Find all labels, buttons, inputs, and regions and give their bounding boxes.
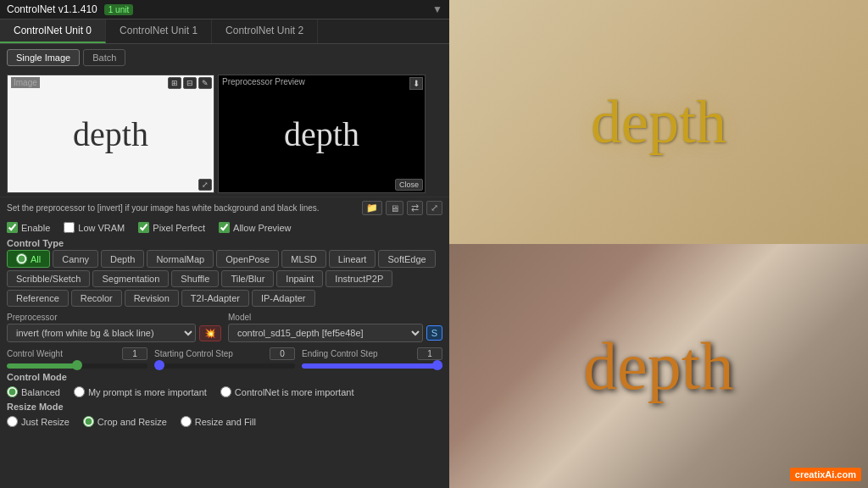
ctrl-depth[interactable]: Depth	[101, 250, 144, 268]
image-controls: ⊞ ⊟ ✎	[168, 77, 212, 89]
image-area: Image ⊞ ⊟ ✎ depth ⤢ Preprocessor Preview…	[7, 75, 442, 193]
input-image-box[interactable]: Image ⊞ ⊟ ✎ depth ⤢	[7, 75, 214, 193]
low-vram-input[interactable]	[64, 222, 75, 233]
control-type-row2: Scribble/Sketch Segmentation Shuffle Til…	[0, 270, 449, 290]
control-weight-label-row: Control Weight 1	[7, 347, 147, 360]
img-btn-1[interactable]: ⊞	[168, 77, 181, 89]
model-refresh-btn[interactable]: S	[426, 325, 442, 341]
download-preview-btn[interactable]: ⬇	[409, 77, 423, 90]
enable-input[interactable]	[7, 222, 18, 233]
right-bottom-image: depth creatixAi.com	[449, 244, 868, 488]
ending-step-thumb[interactable]	[432, 360, 442, 370]
mode-prompt[interactable]: My prompt is more important	[74, 386, 207, 397]
control-mode-row: Balanced My prompt is more important Con…	[0, 384, 449, 400]
model-label-text: Model	[228, 313, 442, 322]
tab-batch[interactable]: Batch	[83, 49, 125, 66]
ending-step-label: Ending Control Step	[302, 349, 378, 358]
right-top-image: depth	[449, 0, 868, 244]
mode-balanced[interactable]: Balanced	[7, 386, 60, 397]
ctrl-t2i-adapter[interactable]: T2I-Adapter	[181, 290, 249, 307]
model-select-row: control_sd15_depth [fef5e48e] None S	[228, 324, 442, 342]
bottom-bg: depth	[449, 244, 868, 488]
control-weight-label: Control Weight	[7, 349, 63, 358]
ctrl-recolor[interactable]: Recolor	[71, 290, 122, 307]
image-label: Image	[11, 77, 40, 88]
pixel-perfect-input[interactable]	[138, 222, 149, 233]
control-type-row1: All Canny Depth NormalMap OpenPose MLSD …	[0, 250, 449, 270]
expand-btn[interactable]: ⤢	[198, 179, 212, 191]
version-badge: 1 unit	[104, 4, 133, 15]
preprocessor-label-text: Preprocessor	[7, 313, 221, 322]
ctrl-openpose[interactable]: OpenPose	[216, 250, 279, 268]
ending-step-val[interactable]: 1	[417, 347, 442, 360]
icon-refresh[interactable]: ⇄	[407, 201, 423, 215]
ctrl-ip-adapter[interactable]: IP-Adapter	[252, 290, 315, 307]
preprocessor-model-row: Preprocessor invert (from white bg & bla…	[0, 309, 449, 346]
pixel-perfect-checkbox[interactable]: Pixel Perfect	[138, 222, 205, 233]
tab-unit-2[interactable]: ControlNet Unit 2	[212, 19, 318, 43]
tab-single-image[interactable]: Single Image	[7, 49, 80, 66]
ctrl-scribble-sketch[interactable]: Scribble/Sketch	[7, 270, 90, 287]
tab-unit-1[interactable]: ControlNet Unit 1	[106, 19, 212, 43]
right-panel: depth depth creatixAi.com	[449, 0, 868, 488]
starting-step-track	[154, 363, 295, 369]
info-message: Set the preprocessor to [invert] if your…	[7, 203, 320, 213]
enable-checkbox[interactable]: Enable	[7, 222, 50, 233]
preprocessor-run-btn[interactable]: 💥	[199, 325, 221, 341]
control-weight-thumb[interactable]	[72, 360, 82, 370]
ending-step-label-row: Ending Control Step 1	[302, 347, 442, 360]
model-col: Model control_sd15_depth [fef5e48e] None…	[228, 313, 442, 342]
resize-fill[interactable]: Resize and Fill	[181, 416, 256, 427]
mode-controlnet[interactable]: ControlNet is more important	[220, 386, 354, 397]
resize-mode-label: Resize Mode	[0, 400, 449, 413]
ending-step-col: Ending Control Step 1	[302, 347, 442, 369]
icon-folder[interactable]: 📁	[362, 201, 382, 215]
watermark: creatixAi.com	[790, 468, 861, 481]
sub-tabs: Single Image Batch	[0, 44, 449, 71]
ctrl-canny[interactable]: Canny	[53, 250, 98, 268]
preview-depth-text: depth	[219, 75, 425, 192]
preprocessor-select[interactable]: invert (from white bg & black line) none…	[7, 324, 196, 342]
preprocessor-col: Preprocessor invert (from white bg & bla…	[7, 313, 221, 342]
collapse-arrow[interactable]: ▼	[432, 3, 442, 15]
header: ControlNet v1.1.410 1 unit ▼	[0, 0, 449, 19]
app-title: ControlNet v1.1.410	[7, 3, 97, 15]
icon-display[interactable]: 🖥	[386, 201, 403, 215]
ctrl-reference[interactable]: Reference	[7, 290, 69, 307]
ctrl-all[interactable]: All	[7, 250, 50, 268]
starting-step-thumb[interactable]	[154, 360, 164, 370]
ctrl-softedge[interactable]: SoftEdge	[378, 250, 435, 268]
allow-preview-input[interactable]	[219, 222, 230, 233]
icon-expand[interactable]: ⤢	[426, 201, 442, 215]
ctrl-inpaint[interactable]: Inpaint	[276, 270, 323, 287]
ctrl-mlsd[interactable]: MLSD	[281, 250, 326, 268]
top-depth-text: depth	[591, 87, 726, 158]
ctrl-instructp2p[interactable]: InstructP2P	[326, 270, 392, 287]
ending-step-track	[302, 363, 442, 369]
ctrl-tile-blur[interactable]: Tile/Blur	[221, 270, 274, 287]
ctrl-normalmap[interactable]: NormalMap	[147, 250, 214, 268]
ctrl-lineart[interactable]: Lineart	[329, 250, 376, 268]
control-type-row3: Reference Recolor Revision T2I-Adapter I…	[0, 290, 449, 309]
close-preview-btn[interactable]: Close	[395, 179, 423, 191]
img-btn-3[interactable]: ✎	[198, 77, 212, 89]
ctrl-revision[interactable]: Revision	[125, 290, 179, 307]
input-depth-text: depth	[8, 75, 214, 192]
resize-just[interactable]: Just Resize	[7, 416, 70, 427]
allow-preview-checkbox[interactable]: Allow Preview	[219, 222, 291, 233]
preprocessor-label: Preprocessor Preview	[222, 77, 305, 86]
ctrl-shuffle[interactable]: Shuffle	[171, 270, 219, 287]
control-weight-fill	[7, 363, 77, 369]
control-weight-col: Control Weight 1	[7, 347, 147, 369]
starting-step-val[interactable]: 0	[270, 347, 295, 360]
low-vram-checkbox[interactable]: Low VRAM	[64, 222, 125, 233]
ending-step-fill	[302, 363, 442, 369]
control-weight-val[interactable]: 1	[122, 347, 147, 360]
tab-unit-0[interactable]: ControlNet Unit 0	[0, 19, 106, 43]
resize-crop[interactable]: Crop and Resize	[83, 416, 167, 427]
preprocessor-select-row: invert (from white bg & black line) none…	[7, 324, 221, 342]
ctrl-segmentation[interactable]: Segmentation	[92, 270, 169, 287]
img-btn-2[interactable]: ⊟	[183, 77, 197, 89]
bottom-depth-text: depth	[583, 328, 734, 405]
model-select[interactable]: control_sd15_depth [fef5e48e] None	[228, 324, 423, 342]
